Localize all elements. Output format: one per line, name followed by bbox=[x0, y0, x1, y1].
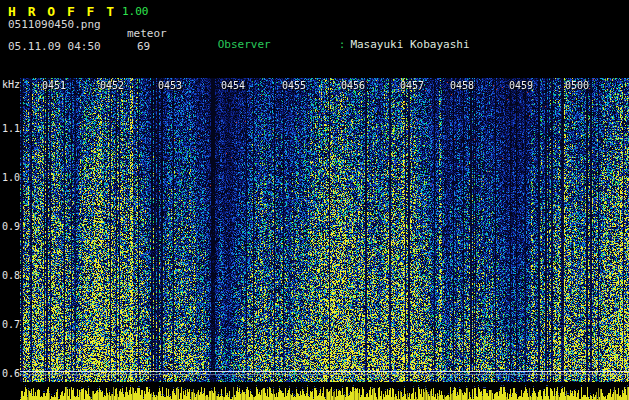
info-separator: : bbox=[339, 38, 346, 51]
x-tick-label: 0500 bbox=[565, 80, 589, 91]
signal-strength-strip bbox=[20, 383, 629, 400]
y-tick-label: 0.6 bbox=[2, 368, 19, 379]
y-tick-label: 0.9 bbox=[2, 221, 19, 232]
spectrogram-canvas bbox=[20, 78, 629, 382]
y-tick-label: 1.0 bbox=[2, 172, 19, 183]
x-tick-label: 0452 bbox=[100, 80, 124, 91]
observation-datetime: 05.11.09 04:50 bbox=[8, 40, 101, 53]
x-tick-label: 0457 bbox=[400, 80, 424, 91]
x-tick-label: 0453 bbox=[158, 80, 182, 91]
y-tick-label: 0.7 bbox=[2, 319, 19, 330]
x-tick-label: 0455 bbox=[282, 80, 306, 91]
x-tick-label: 0458 bbox=[450, 80, 474, 91]
x-tick-label: 0456 bbox=[341, 80, 365, 91]
mode-label: meteor bbox=[127, 27, 167, 40]
info-row-observer: Observer:Masayuki Kobayashi bbox=[178, 27, 629, 63]
hrofft-output-window: H R O F F T 1.00 0511090450.png meteor 0… bbox=[0, 0, 629, 400]
info-value: Masayuki Kobayashi bbox=[350, 38, 469, 51]
x-tick-label: 0454 bbox=[221, 80, 245, 91]
y-tick-label: 1.1 bbox=[2, 123, 19, 134]
meteor-count: 69 bbox=[137, 40, 150, 53]
app-version: 1.00 bbox=[122, 5, 149, 18]
y-axis-unit: kHz bbox=[2, 79, 19, 90]
info-label: Observer bbox=[218, 39, 339, 51]
app-title: H R O F F T bbox=[8, 4, 116, 19]
y-tick-label: 0.8 bbox=[2, 270, 19, 281]
output-filename: 0511090450.png bbox=[8, 18, 101, 31]
x-tick-label: 0451 bbox=[42, 80, 66, 91]
x-tick-label: 0459 bbox=[509, 80, 533, 91]
